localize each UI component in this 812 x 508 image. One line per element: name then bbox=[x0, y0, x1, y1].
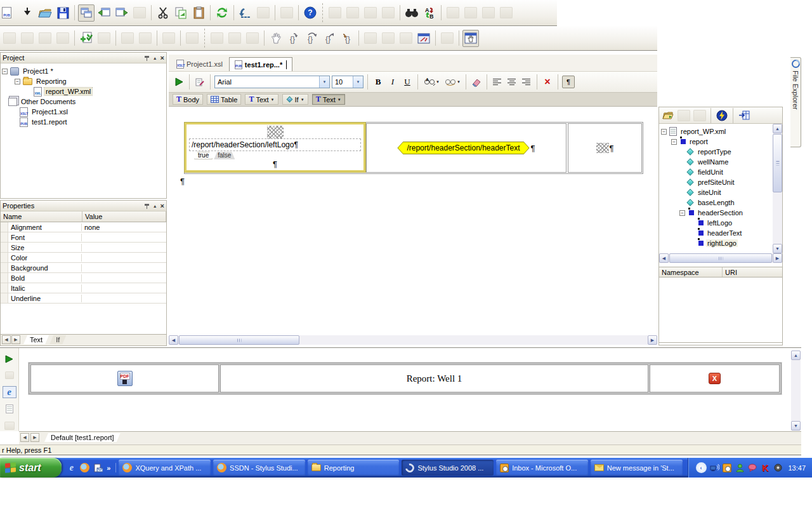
pin-icon[interactable] bbox=[144, 203, 150, 209]
clear-format-button[interactable] bbox=[470, 76, 483, 88]
create-schema-button[interactable] bbox=[78, 30, 95, 47]
show-marks-toggle[interactable]: ¶ bbox=[562, 76, 575, 88]
step-over-button[interactable]: {} bbox=[303, 30, 320, 47]
tree-item-leftlogo[interactable]: leftLogo bbox=[659, 218, 782, 228]
property-row[interactable]: Font bbox=[1, 232, 166, 243]
save-button[interactable] bbox=[55, 4, 71, 22]
align-left-button[interactable] bbox=[491, 76, 504, 88]
scroll-thumb[interactable] bbox=[669, 253, 772, 263]
tree-item-report-wp-xml[interactable]: −report_WP.xml bbox=[659, 126, 782, 137]
tree-item-headertext[interactable]: headerText bbox=[659, 228, 782, 238]
debug-pause-button[interactable] bbox=[226, 30, 243, 47]
schema-vscrollbar[interactable]: ▲ ▼ bbox=[773, 124, 782, 253]
tab-text[interactable]: Text bbox=[23, 335, 49, 344]
export-button[interactable] bbox=[737, 109, 751, 123]
right-logo-cell[interactable]: ¶ bbox=[568, 123, 642, 173]
tree-item-reporttype[interactable]: reportType bbox=[659, 147, 782, 157]
task-button-new-message[interactable]: New message in 'St... bbox=[591, 460, 683, 476]
tree-item-siteunit[interactable]: siteUnit bbox=[659, 187, 782, 197]
watch-window-button[interactable] bbox=[362, 30, 379, 47]
refresh-button[interactable] bbox=[214, 4, 230, 22]
property-row[interactable]: Underline bbox=[1, 293, 166, 304]
new-report-button[interactable]: PUB bbox=[1, 4, 18, 22]
delete-button[interactable]: × bbox=[541, 76, 554, 88]
tree-item-wellname[interactable]: wellName bbox=[659, 157, 782, 167]
firefox-icon[interactable] bbox=[80, 463, 89, 472]
quick-run-button[interactable] bbox=[715, 109, 729, 123]
open-xml-button[interactable] bbox=[661, 109, 675, 123]
print-preview-button[interactable] bbox=[3, 420, 16, 431]
browser-preview-button[interactable]: e bbox=[3, 386, 16, 398]
chevron-down-icon[interactable]: ▼ bbox=[457, 80, 461, 84]
delete-schema-button[interactable] bbox=[96, 30, 112, 47]
tab-test1-report[interactable]: PUB test1.rep...* bbox=[229, 57, 292, 71]
header-text-cell[interactable]: /report/headerSection/headerText ¶ bbox=[366, 123, 566, 173]
variables-window-button[interactable] bbox=[380, 30, 396, 47]
tree-item-headersection[interactable]: −headerSection bbox=[659, 208, 782, 218]
crumb-if[interactable]: If ▼ bbox=[282, 94, 308, 105]
refresh-check-button[interactable] bbox=[160, 30, 177, 47]
tab-scroll-left-button[interactable]: ◀ bbox=[20, 433, 29, 442]
expander-minus-icon[interactable]: − bbox=[2, 69, 8, 74]
callstack-window-button[interactable] bbox=[398, 30, 414, 47]
property-row[interactable]: Background bbox=[1, 263, 166, 273]
align-center-button[interactable] bbox=[506, 76, 518, 88]
find-button[interactable] bbox=[403, 4, 420, 22]
scroll-thumb[interactable] bbox=[773, 134, 782, 192]
run-to-cursor-button[interactable]: {} bbox=[339, 30, 355, 47]
toggle-bookmark-button[interactable] bbox=[327, 4, 343, 22]
crumb-text-2[interactable]: T Text ▼ bbox=[312, 94, 345, 105]
clear-bookmarks-button[interactable] bbox=[380, 4, 396, 22]
chevron-down-icon[interactable]: ▼ bbox=[319, 76, 329, 88]
schema-hscrollbar[interactable]: ◀ ▶ bbox=[659, 253, 782, 263]
task-button-reporting[interactable]: Reporting bbox=[308, 460, 400, 476]
tree-item-fieldunit[interactable]: fieldUnit bbox=[659, 167, 782, 177]
chevron-down-icon[interactable]: ▼ bbox=[436, 80, 440, 84]
property-row[interactable]: Bold bbox=[1, 273, 166, 283]
scroll-right-icon[interactable]: ▶ bbox=[648, 335, 657, 345]
namespace-body[interactable] bbox=[658, 277, 783, 343]
next-bookmark-button[interactable] bbox=[344, 4, 361, 22]
start-button[interactable]: start bbox=[0, 458, 62, 478]
file-explorer-tab[interactable]: File Explorer bbox=[790, 57, 801, 147]
scroll-up-icon[interactable]: ▲ bbox=[791, 351, 801, 360]
preview-run-button[interactable] bbox=[173, 76, 185, 88]
tree-item-reporting[interactable]: − Reporting bbox=[1, 76, 166, 86]
expander-minus-icon[interactable]: − bbox=[15, 79, 20, 84]
help-button[interactable]: ? bbox=[302, 4, 318, 22]
font-size-select[interactable]: 10 ▼ bbox=[332, 76, 363, 88]
italic-button[interactable]: I bbox=[386, 76, 399, 88]
tray-collapse-chevron[interactable]: ‹ bbox=[696, 462, 707, 473]
tab-project1-xsl[interactable]: XSLT Project1.xsl bbox=[171, 57, 228, 71]
validate-wf-button[interactable] bbox=[55, 30, 71, 47]
pin-icon[interactable] bbox=[144, 55, 150, 61]
pan-button[interactable] bbox=[268, 30, 284, 47]
preview-play-button[interactable] bbox=[3, 353, 16, 364]
tab-default-test1-report[interactable]: Default [test1.report] bbox=[44, 433, 121, 442]
tree-item-project1-xsl[interactable]: XSLT Project1.xsl bbox=[1, 107, 166, 117]
align-right-button[interactable] bbox=[520, 76, 533, 88]
debug-start-button[interactable] bbox=[209, 30, 225, 47]
expander-minus-icon[interactable]: − bbox=[661, 129, 667, 135]
window-back-button[interactable] bbox=[96, 4, 112, 22]
window-forward-button[interactable] bbox=[114, 4, 130, 22]
condition-tab-false[interactable]: false bbox=[214, 152, 235, 159]
outlook-express-icon[interactable] bbox=[93, 463, 103, 472]
scroll-up-icon[interactable]: ▲ bbox=[773, 124, 782, 133]
collapse-icon[interactable]: ▲ bbox=[153, 204, 157, 208]
tab-if[interactable]: If bbox=[49, 335, 66, 344]
close-icon[interactable]: × bbox=[160, 55, 164, 61]
tab-scroll-left-button[interactable]: ◀ bbox=[2, 335, 11, 344]
internet-explorer-icon[interactable]: e bbox=[67, 463, 76, 472]
kaspersky-icon[interactable]: K bbox=[761, 463, 770, 472]
preview-window-button[interactable] bbox=[3, 370, 16, 381]
outdent-button[interactable] bbox=[462, 4, 479, 22]
tree-item-test1-report[interactable]: PUB test1.report bbox=[1, 117, 166, 127]
scroll-down-icon[interactable]: ▼ bbox=[791, 421, 801, 431]
check-sel-button[interactable] bbox=[137, 30, 154, 47]
headertext-value-tag[interactable]: /report/headerSection/headerText bbox=[397, 142, 529, 154]
validate-button[interactable] bbox=[1, 30, 18, 47]
tree-item-report[interactable]: −report bbox=[659, 137, 782, 147]
property-row[interactable]: Color bbox=[1, 253, 166, 263]
tree-item-baselength[interactable]: baseLength bbox=[659, 197, 782, 208]
